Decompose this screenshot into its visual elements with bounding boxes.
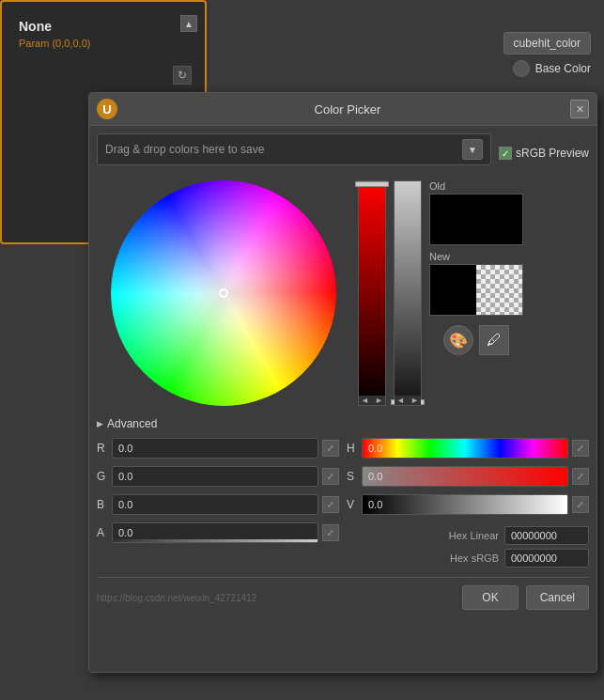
h-slider-track[interactable] <box>362 438 568 459</box>
r-slider-track[interactable] <box>112 438 318 459</box>
base-color-row: Base Color <box>513 60 591 77</box>
hex-linear-label: Hex Linear <box>435 530 499 541</box>
main-color-area: ◄► ◄► Old New <box>97 180 589 410</box>
cubehit-button[interactable]: cubehit_color <box>503 32 591 54</box>
srgb-checkbox[interactable]: ✓ <box>499 147 512 160</box>
value-bars: ◄► <box>358 180 386 410</box>
b-slider-track[interactable] <box>112 494 318 515</box>
advanced-triangle-icon: ▶ <box>97 419 103 428</box>
top-row: Drag & drop colors here to save ▼ ✓ sRGB… <box>97 133 589 173</box>
a-expand-button[interactable]: ⤢ <box>322 524 339 541</box>
new-swatch-checker <box>476 265 522 315</box>
sliders-area: R ⤢ G ⤢ <box>97 436 589 568</box>
h-value-input[interactable] <box>368 443 532 454</box>
r-slider-row: R ⤢ <box>97 436 339 460</box>
left-sliders: R ⤢ G ⤢ <box>97 436 339 568</box>
hex-area: Hex Linear Hex sRGB <box>347 526 589 568</box>
window-body: Drag & drop colors here to save ▼ ✓ sRGB… <box>89 126 596 617</box>
hex-srgb-input[interactable] <box>504 549 589 568</box>
color-wheel-button[interactable]: 🎨 <box>443 325 473 355</box>
new-swatch-solid <box>430 265 476 315</box>
value-bar[interactable]: ◄► <box>358 180 386 406</box>
g-slider-track[interactable] <box>112 466 318 487</box>
g-expand-button[interactable]: ⤢ <box>322 468 339 485</box>
s-label: S <box>347 470 358 483</box>
right-sliders: H ⤢ S ⤢ <box>347 436 589 568</box>
a-label: A <box>97 526 108 539</box>
old-swatch-area: Old <box>429 180 523 245</box>
h-label: H <box>347 442 358 455</box>
alpha-bar[interactable]: ◄► <box>394 180 422 406</box>
b-slider-row: B ⤢ <box>97 492 339 517</box>
advanced-label: Advanced <box>107 417 157 430</box>
old-label: Old <box>429 180 523 192</box>
right-top-panel: cubehit_color Base Color <box>407 0 604 94</box>
advanced-header[interactable]: ▶ Advanced <box>97 417 589 430</box>
hex-srgb-label: Hex sRGB <box>435 552 499 564</box>
eyedropper-button[interactable]: 🖊 <box>479 325 509 355</box>
color-picker-window: U Color Picker ✕ Drag & drop colors here… <box>88 92 597 673</box>
hex-srgb-row: Hex sRGB <box>435 549 589 568</box>
eyedropper-row: 🎨 🖊 <box>429 325 523 355</box>
v-label: V <box>347 498 358 511</box>
s-expand-button[interactable]: ⤢ <box>572 468 589 485</box>
color-wheel-canvas[interactable] <box>111 180 336 406</box>
v-value-input[interactable] <box>368 499 532 510</box>
advanced-section: ▶ Advanced R ⤢ <box>97 417 589 568</box>
old-swatch <box>429 194 523 245</box>
hex-linear-row: Hex Linear <box>435 526 589 545</box>
close-button[interactable]: ✕ <box>570 100 589 118</box>
s-slider-row: S ⤢ <box>347 464 589 489</box>
v-slider-track[interactable] <box>362 494 568 515</box>
saved-colors-bar: Drag & drop colors here to save ▼ <box>97 133 491 165</box>
a-slider-row: A ⤢ <box>97 521 339 545</box>
new-swatch-area: New <box>429 251 523 316</box>
none-label: None <box>19 19 52 34</box>
arrow-up-button[interactable]: ▲ <box>180 15 197 32</box>
g-label: G <box>97 470 108 483</box>
ok-button[interactable]: OK <box>462 585 518 610</box>
color-wheel-container[interactable] <box>97 180 350 406</box>
window-title: Color Picker <box>125 102 570 117</box>
b-value-input[interactable] <box>118 499 282 510</box>
ue-logo: U <box>97 99 117 119</box>
srgb-row: ✓ sRGB Preview <box>499 147 589 160</box>
footer-link: https://blog.csdn.net/weixin_42721412 <box>97 593 455 603</box>
new-label: New <box>429 251 523 262</box>
base-color-label: Base Color <box>535 62 591 75</box>
g-value-input[interactable] <box>118 471 282 482</box>
alpha-bar-arrows: ◄► <box>395 396 421 405</box>
base-color-dot <box>513 60 530 77</box>
h-expand-button[interactable]: ⤢ <box>572 440 589 457</box>
r-expand-button[interactable]: ⤢ <box>322 440 339 457</box>
saved-colors-label: Drag & drop colors here to save <box>105 143 462 156</box>
param-label: Param (0,0,0,0) <box>19 38 90 49</box>
window-title-bar: U Color Picker ✕ <box>89 93 596 126</box>
s-slider-track[interactable] <box>362 466 568 487</box>
v-expand-button[interactable]: ⤢ <box>572 496 589 513</box>
color-swatches: Old New 🎨 🖊 <box>429 180 523 410</box>
saved-colors-dropdown[interactable]: ▼ <box>462 139 483 160</box>
value-bar-arrows: ◄► <box>359 396 385 405</box>
a-slider-fill <box>113 539 317 542</box>
hex-linear-input[interactable] <box>504 526 589 545</box>
value-handle[interactable] <box>355 181 389 187</box>
b-expand-button[interactable]: ⤢ <box>322 496 339 513</box>
cancel-button[interactable]: Cancel <box>526 585 589 610</box>
r-value-input[interactable] <box>118 443 282 454</box>
bottom-bar: https://blog.csdn.net/weixin_42721412 OK… <box>97 577 589 610</box>
b-label: B <box>97 498 108 511</box>
refresh-icon[interactable]: ↻ <box>173 66 192 85</box>
r-label: R <box>97 442 108 455</box>
g-slider-row: G ⤢ <box>97 464 339 489</box>
srgb-label: sRGB Preview <box>516 147 589 160</box>
a-slider-track[interactable] <box>112 522 318 543</box>
v-slider-row: V ⤢ <box>347 492 589 517</box>
a-value-input[interactable] <box>118 527 282 538</box>
new-swatch <box>429 264 523 316</box>
h-slider-row: H ⤢ <box>347 436 589 460</box>
s-value-input[interactable] <box>368 471 532 482</box>
